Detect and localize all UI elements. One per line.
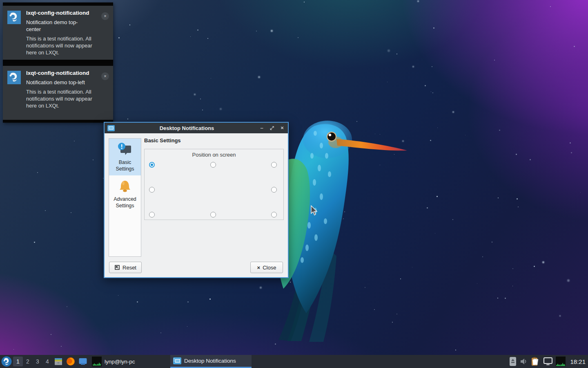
lxqt-logo-icon — [7, 11, 21, 24]
settings-sidebar: Basic Settings Advanced Settings — [109, 138, 141, 257]
notification-body-text: This is a test notification. All notific… — [26, 88, 102, 109]
resource-graph-tray-button[interactable] — [556, 357, 566, 366]
workspace-button-4[interactable]: 4 — [42, 357, 52, 366]
task-button-desktop-notifications[interactable]: Desktop Notifications — [170, 355, 252, 368]
radio-position-bottom-center[interactable] — [210, 212, 216, 218]
bell-icon — [117, 179, 133, 194]
desktop-icon — [78, 357, 88, 366]
position-groupbox: Position on screen — [144, 149, 284, 220]
section-heading: Basic Settings — [144, 137, 181, 144]
notification-close-button[interactable]: × — [101, 72, 109, 80]
groupbox-title: Position on screen — [145, 152, 283, 158]
notification-summary: Notification demo top-center — [26, 19, 91, 33]
mouse-cursor — [310, 205, 318, 216]
volume-tray-button[interactable] — [519, 357, 528, 366]
volume-icon — [519, 357, 528, 366]
file-manager-launcher[interactable] — [52, 355, 65, 368]
reset-icon — [114, 265, 120, 270]
radio-position-top-center[interactable] — [210, 162, 216, 168]
taskbar-clock[interactable]: 18:21 — [570, 358, 586, 365]
lxqt-menu-icon — [1, 356, 12, 367]
resource-graph-icon — [556, 357, 566, 366]
desktop: lxqt-config-notificationd Notification d… — [0, 0, 588, 368]
task-button-terminal[interactable]: lynp@lyn-pc — [89, 355, 170, 368]
radio-position-middle-right[interactable] — [271, 187, 277, 193]
notification-bubble-icon — [117, 142, 133, 157]
notification-window-icon — [173, 357, 181, 364]
radio-position-middle-left[interactable] — [149, 187, 155, 193]
close-window-button[interactable]: × — [279, 123, 285, 133]
task-label: Desktop Notifications — [184, 358, 236, 364]
radio-position-bottom-right[interactable] — [271, 212, 277, 218]
lxqt-logo-icon — [7, 71, 21, 84]
close-button[interactable]: × Close — [250, 262, 283, 273]
taskbar-panel: 1 2 3 4 — [0, 355, 588, 368]
clipboard-tray-button[interactable] — [530, 357, 540, 366]
restore-button[interactable]: ⤢ — [269, 123, 275, 133]
monitor-icon — [543, 357, 553, 366]
desktop-launcher[interactable] — [77, 355, 89, 368]
workspace-button-3[interactable]: 3 — [33, 357, 42, 366]
window-titlebar[interactable]: Desktop Notifications – ⤢ × — [105, 123, 288, 133]
task-label: lynp@lyn-pc — [105, 359, 135, 365]
sidebar-item-basic-settings[interactable]: Basic Settings — [109, 139, 141, 175]
firefox-launcher[interactable] — [65, 355, 77, 368]
minimize-button[interactable]: – — [259, 123, 265, 133]
window-title: Desktop Notifications — [115, 125, 259, 131]
terminal-graph-icon — [92, 357, 102, 366]
notification-summary: Notification demo top-left — [26, 79, 91, 86]
notification-app-name: lxqt-config-notificationd — [26, 70, 99, 76]
eject-icon — [509, 357, 517, 366]
radio-position-bottom-left[interactable] — [149, 212, 155, 218]
notification-app-name: lxqt-config-notificationd — [26, 9, 99, 16]
notification-top-center[interactable]: lxqt-config-notificationd Notification d… — [3, 2, 113, 63]
notification-top-left[interactable]: lxqt-config-notificationd Notification d… — [3, 63, 113, 123]
notification-body-text: This is a test notification. All notific… — [26, 35, 102, 56]
close-x-icon: × — [257, 265, 261, 271]
radio-position-top-left[interactable] — [149, 162, 155, 168]
sidebar-item-advanced-settings[interactable]: Advanced Settings — [109, 175, 141, 212]
sidebar-item-label: Basic Settings — [110, 159, 140, 172]
file-manager-icon — [53, 357, 63, 366]
desktop-notifications-window: Desktop Notifications – ⤢ × Basic Settin… — [104, 122, 289, 278]
reset-button[interactable]: Reset — [109, 262, 142, 273]
notification-close-button[interactable]: × — [101, 12, 109, 20]
radio-position-top-right[interactable] — [271, 162, 277, 168]
monitor-tray-button[interactable] — [543, 357, 553, 366]
workspace-button-1[interactable]: 1 — [13, 357, 23, 366]
workspace-button-2[interactable]: 2 — [23, 357, 33, 366]
sidebar-item-label: Advanced Settings — [110, 196, 140, 209]
firefox-icon — [66, 357, 76, 366]
close-button-label: Close — [263, 265, 276, 271]
reset-button-label: Reset — [122, 265, 136, 271]
clipboard-icon — [530, 357, 540, 366]
window-icon — [107, 125, 115, 131]
lxqt-menu-button[interactable] — [0, 355, 13, 368]
eject-tray-button[interactable] — [509, 357, 517, 366]
